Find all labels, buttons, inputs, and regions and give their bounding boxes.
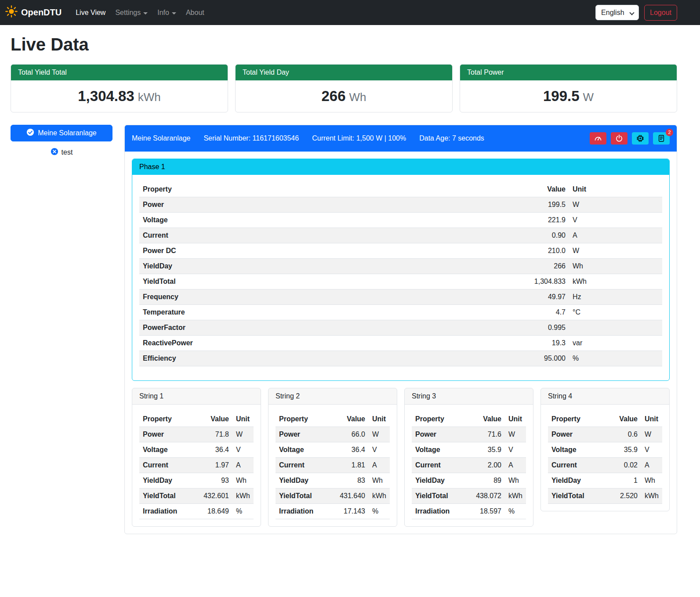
unit-cell: Wh xyxy=(505,473,526,488)
card-header: Total Yield Total xyxy=(11,65,228,80)
nav-item-label: Settings xyxy=(115,9,141,17)
journal-icon xyxy=(657,134,665,142)
string-1-table: Property Value Unit Power71.8WVoltage36.… xyxy=(139,412,254,519)
unit-column-header: Unit xyxy=(232,412,254,427)
inverter-button-test[interactable]: test xyxy=(47,146,76,159)
inverter-button-selected[interactable]: Meine Solaranlage xyxy=(11,125,112,141)
event-log-button[interactable]: 2 xyxy=(653,132,670,145)
property-cell: YieldTotal xyxy=(139,488,199,504)
property-cell: Voltage xyxy=(548,442,608,458)
unit-cell: Wh xyxy=(369,473,390,488)
device-info-button[interactable] xyxy=(632,132,649,145)
value-number: 1,304.83 xyxy=(78,88,134,104)
table-header-row: Property Value Unit xyxy=(139,412,254,427)
table-row: YieldTotal1,304.833kWh xyxy=(139,274,662,289)
inverter-actions: 2 xyxy=(590,132,670,145)
phase-table: Property Value Unit Power199.5WVoltage22… xyxy=(139,182,662,366)
unit-cell: W xyxy=(569,243,662,259)
property-cell: Irradiation xyxy=(276,504,335,519)
property-cell: ReactivePower xyxy=(139,336,512,351)
string-3-card: String 3 Property Value Unit xyxy=(404,388,533,527)
unit-column-header: Unit xyxy=(641,412,662,427)
unit-cell: kWh xyxy=(369,488,390,504)
table-row: Efficiency95.000% xyxy=(139,351,662,366)
value-cell: 93 xyxy=(199,473,232,488)
nav-item-info[interactable]: Info xyxy=(154,5,180,20)
inverter-panel-body: Phase 1 Property Value Unit Power199.5WV… xyxy=(125,152,677,534)
table-row: YieldDay93Wh xyxy=(139,473,254,488)
table-row: Power DC210.0W xyxy=(139,243,662,259)
unit-cell: Hz xyxy=(569,289,662,305)
nav-item-settings[interactable]: Settings xyxy=(112,5,151,20)
property-cell: Power DC xyxy=(139,243,512,259)
nav-item-about[interactable]: About xyxy=(182,5,208,20)
unit-cell: A xyxy=(641,458,662,473)
strings-row: String 1 Property Value Unit xyxy=(132,388,670,527)
property-cell: Voltage xyxy=(139,442,199,458)
power-button[interactable] xyxy=(611,132,627,145)
nav-item-label: Info xyxy=(157,9,169,17)
table-row: YieldDay1Wh xyxy=(548,473,662,488)
value-cell: 432.601 xyxy=(199,488,232,504)
table-row: YieldDay266Wh xyxy=(139,259,662,274)
string-card-header: String 1 xyxy=(132,388,261,405)
navbar-right: English Logout xyxy=(595,5,677,21)
inverter-serial: Serial Number: 116171603546 xyxy=(203,134,299,142)
page-title: Live Data xyxy=(11,35,677,54)
nav-links: Live View Settings Info About xyxy=(72,5,208,20)
nav-item-label: Live View xyxy=(76,9,105,17)
brand[interactable]: OpenDTU xyxy=(5,5,62,20)
nav-item-live-view[interactable]: Live View xyxy=(72,5,109,20)
sun-logo-icon xyxy=(5,5,18,20)
nav-item-label: About xyxy=(186,9,204,17)
summary-cards: Total Yield Total 1,304.83kWh Total Yiel… xyxy=(11,64,677,112)
value-column-header: Value xyxy=(199,412,232,427)
property-cell: YieldTotal xyxy=(548,488,608,504)
value-cell: 71.8 xyxy=(199,427,232,442)
property-cell: Temperature xyxy=(139,305,512,320)
table-row: ReactivePower19.3var xyxy=(139,336,662,351)
language-select-wrap: English xyxy=(595,5,639,20)
value-cell: 0.02 xyxy=(608,458,641,473)
inverter-data-age: Data Age: 7 seconds xyxy=(419,134,484,142)
table-row: Power66.0W xyxy=(276,427,390,442)
table-row: Voltage36.4V xyxy=(276,442,390,458)
property-cell: YieldTotal xyxy=(276,488,335,504)
phase-1-card: Phase 1 Property Value Unit Power199.5WV… xyxy=(132,159,670,381)
property-cell: Irradiation xyxy=(412,504,472,519)
unit-cell: kWh xyxy=(641,488,662,504)
unit-cell: °C xyxy=(569,305,662,320)
language-select[interactable]: English xyxy=(595,5,639,20)
property-cell: Irradiation xyxy=(139,504,199,519)
property-cell: Current xyxy=(548,458,608,473)
value-cell: 2.00 xyxy=(472,458,505,473)
table-row: PowerFactor0.995 xyxy=(139,320,662,336)
unit-cell: W xyxy=(505,427,526,442)
unit-column-header: Unit xyxy=(369,412,390,427)
table-row: Temperature4.7°C xyxy=(139,305,662,320)
logout-button[interactable]: Logout xyxy=(644,5,677,21)
unit-cell: A xyxy=(505,458,526,473)
card-value: 1,304.83kWh xyxy=(11,80,228,112)
property-cell: Power xyxy=(548,427,608,442)
property-cell: PowerFactor xyxy=(139,320,512,336)
table-row: YieldTotal2.520kWh xyxy=(548,488,662,504)
table-row: YieldTotal431.640kWh xyxy=(276,488,390,504)
table-row: YieldDay83Wh xyxy=(276,473,390,488)
total-yield-day-card: Total Yield Day 266Wh xyxy=(235,64,453,112)
inverter-button-label: Meine Solaranlage xyxy=(38,129,96,137)
unit-cell: V xyxy=(569,213,662,228)
string-card-body: Property Value Unit Power71.8WVoltage36.… xyxy=(132,405,261,519)
brand-label: OpenDTU xyxy=(21,7,62,18)
value-cell: 1 xyxy=(608,473,641,488)
unit-cell: var xyxy=(569,336,662,351)
string-card-body: Property Value Unit Power66.0WVoltage36.… xyxy=(268,405,397,519)
string-card-body: Property Value Unit Power71.6WVoltage35.… xyxy=(405,405,533,519)
property-column-header: Property xyxy=(548,412,608,427)
property-cell: Current xyxy=(139,228,512,243)
speedometer-icon xyxy=(594,134,602,142)
limit-settings-button[interactable] xyxy=(590,132,606,145)
property-cell: Efficiency xyxy=(139,351,512,366)
table-row: YieldTotal432.601kWh xyxy=(139,488,254,504)
unit-cell: A xyxy=(569,228,662,243)
